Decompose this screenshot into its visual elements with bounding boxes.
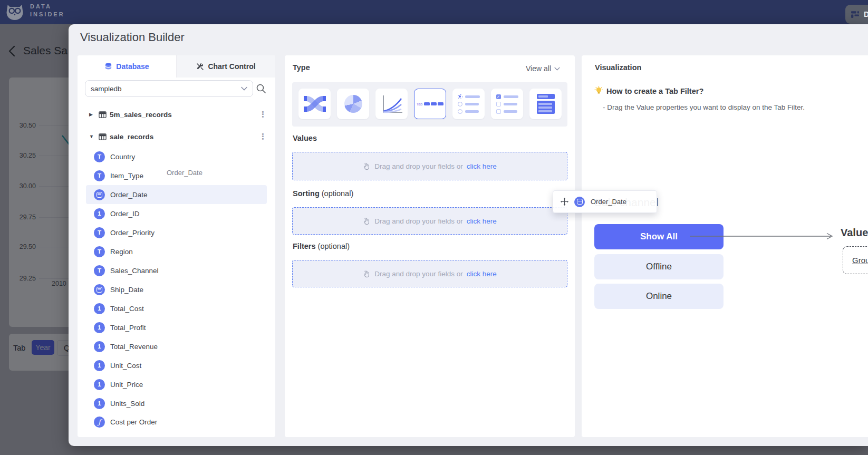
- text-field-icon: T: [94, 170, 105, 181]
- table-menu-icon[interactable]: ⋮: [259, 110, 267, 119]
- field-label: Total_Profit: [110, 324, 146, 332]
- field-row[interactable]: ƒCost per Order: [78, 413, 275, 431]
- field-row[interactable]: Ship_Date: [78, 280, 275, 298]
- field-label: Region: [110, 248, 133, 256]
- number-field-icon: 1: [94, 341, 105, 352]
- table-icon: [99, 133, 107, 141]
- field-label: Total_Revenue: [110, 343, 158, 351]
- owl-logo-icon[interactable]: [5, 4, 24, 21]
- visualization-panel: Visualization How to create a Tab Filter…: [582, 55, 868, 437]
- annotation-arrow: [690, 233, 836, 240]
- dashboard-icon: [851, 10, 860, 19]
- field-label: Order_Date: [110, 191, 148, 199]
- tip-title: How to create a Tab Filter?: [606, 87, 703, 95]
- values-click-here-link[interactable]: click here: [467, 162, 497, 170]
- sorting-dropzone[interactable]: Drag and drop your fields or click here: [292, 207, 567, 235]
- dragged-field-chip[interactable]: Order_Date: [553, 190, 657, 213]
- filter-option-offline[interactable]: Offline: [594, 254, 724, 279]
- field-row[interactable]: 1Units_Sold: [78, 394, 275, 412]
- type-dropdown-icon[interactable]: [529, 89, 562, 119]
- lightbulb-icon: [594, 86, 603, 95]
- text-field-icon: T: [94, 227, 105, 238]
- chart-type-strip: Tab ✓: [292, 82, 567, 127]
- field-row[interactable]: 1Unit_Cost: [78, 356, 275, 374]
- tools-icon: [196, 63, 204, 71]
- dashboard-nav-button[interactable]: D: [845, 5, 868, 24]
- table-icon: [99, 111, 107, 119]
- type-multi-choice-icon[interactable]: ✓: [491, 89, 523, 119]
- brand-name[interactable]: DATA INSIDER: [30, 4, 65, 20]
- filter-option-online[interactable]: Online: [594, 284, 724, 309]
- group-link[interactable]: Group: [852, 256, 868, 265]
- field-label: Ship_Date: [110, 286, 143, 294]
- tip-body: - Drag the Value properties you want to …: [603, 103, 805, 111]
- field-row[interactable]: TSales_Channel: [78, 262, 275, 279]
- expand-expanded-icon[interactable]: ▼: [89, 134, 95, 139]
- field-row[interactable]: 1Order_ID: [78, 205, 275, 222]
- database-select[interactable]: sampledb: [85, 80, 253, 97]
- text-field-icon: T: [94, 246, 105, 257]
- drag-hand-icon: [363, 217, 371, 225]
- tab-database[interactable]: Database: [78, 55, 176, 78]
- database-panel: Database Chart Control sampledb: [78, 55, 275, 437]
- field-row[interactable]: Order_Date: [78, 186, 275, 204]
- field-row[interactable]: TOrder_Priority: [78, 224, 275, 241]
- filters-dropzone[interactable]: Drag and drop your fields or click here: [292, 260, 567, 287]
- field-label: Sales_Channel: [110, 267, 159, 275]
- move-icon: [561, 198, 568, 206]
- type-single-choice-icon[interactable]: [452, 89, 485, 119]
- table-menu-icon[interactable]: ⋮: [259, 132, 267, 141]
- group-dropzone[interactable]: Group: [843, 246, 868, 274]
- type-sankey-icon[interactable]: [298, 89, 331, 119]
- text-field-icon: T: [94, 151, 105, 162]
- type-pie-icon[interactable]: [337, 89, 369, 119]
- field-row[interactable]: 1Total_Revenue: [78, 337, 275, 355]
- date-field-icon: [94, 284, 105, 295]
- builder-panel: Type View all: [285, 55, 575, 437]
- chevron-down-icon: [241, 86, 247, 91]
- text-field-icon: T: [94, 265, 105, 276]
- values-section-label: Values: [293, 134, 317, 142]
- table-row[interactable]: ▼ sale_records ⋮: [78, 128, 275, 146]
- number-field-icon: 1: [94, 398, 105, 409]
- table-row[interactable]: ▶ 5m_sales_records ⋮: [78, 105, 275, 123]
- number-field-icon: 1: [94, 379, 105, 390]
- field-row[interactable]: 1Total_Profit: [78, 318, 275, 336]
- database-icon: [104, 63, 112, 71]
- chip-label: Order_Date: [591, 198, 626, 206]
- field-label: Order_Priority: [110, 229, 155, 237]
- sorting-click-here-link[interactable]: click here: [467, 217, 497, 225]
- date-field-icon: [574, 197, 585, 207]
- drag-ghost-label: Order_Date: [167, 169, 202, 177]
- nav-action-label: D: [864, 10, 868, 18]
- type-tab-filter-icon[interactable]: Tab: [414, 89, 446, 119]
- expression-field-icon: ƒ: [94, 417, 105, 428]
- type-section-label: Type: [293, 63, 310, 72]
- field-label: Total_Cost: [110, 305, 144, 313]
- view-all-dropdown[interactable]: View all: [526, 64, 560, 73]
- field-label: Country: [110, 153, 135, 161]
- field-row[interactable]: 1Total_Cost: [78, 299, 275, 317]
- type-line-icon[interactable]: [375, 89, 408, 119]
- search-icon[interactable]: [256, 83, 266, 94]
- sorting-section-label: Sorting (optional): [293, 189, 353, 198]
- tab-chart-control[interactable]: Chart Control: [176, 55, 275, 78]
- chevron-down-icon: [554, 67, 560, 71]
- values-dropzone[interactable]: Drag and drop your fields or click here: [292, 152, 567, 180]
- modal-title: Visualization Builder: [80, 31, 185, 44]
- filters-click-here-link[interactable]: click here: [467, 270, 497, 278]
- field-label: Units_Sold: [110, 400, 144, 408]
- field-row[interactable]: TCountry: [78, 148, 275, 166]
- top-navbar: DATA INSIDER D: [0, 0, 868, 24]
- drag-hand-icon: [363, 270, 371, 278]
- field-label: Cost per Order: [110, 418, 157, 426]
- field-row[interactable]: 1Unit_Price: [78, 375, 275, 393]
- expand-collapsed-icon[interactable]: ▶: [89, 112, 95, 117]
- field-label: Unit_Price: [110, 381, 143, 389]
- field-row[interactable]: TRegion: [78, 243, 275, 260]
- app-root: Sales Sa 30.50 30.25 30.00 29.75 29.50 2…: [0, 0, 868, 455]
- number-field-icon: 1: [94, 208, 105, 219]
- number-field-icon: 1: [94, 322, 105, 333]
- filters-section-label: Filters (optional): [293, 242, 350, 250]
- drag-hand-icon: [363, 162, 371, 170]
